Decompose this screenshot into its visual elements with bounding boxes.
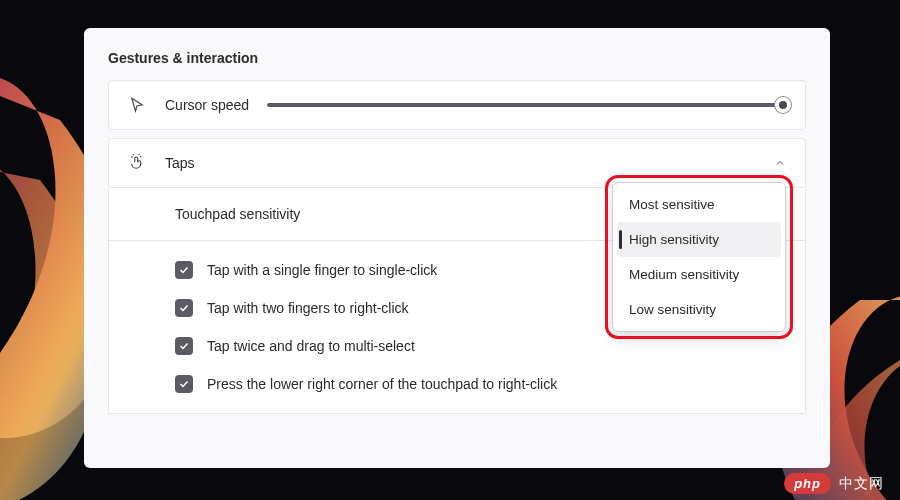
cursor-speed-label: Cursor speed	[165, 97, 249, 113]
checkbox-icon[interactable]	[175, 261, 193, 279]
cursor-speed-row[interactable]: Cursor speed	[108, 80, 806, 130]
taps-row[interactable]: Taps	[108, 138, 806, 188]
tap-icon	[127, 153, 147, 173]
touchpad-sensitivity-label: Touchpad sensitivity	[175, 206, 300, 222]
sensitivity-dropdown[interactable]: Most sensitive High sensitivity Medium s…	[612, 182, 786, 332]
cursor-speed-slider[interactable]	[267, 95, 787, 115]
checkbox-icon[interactable]	[175, 299, 193, 317]
watermark-text: 中文网	[839, 475, 884, 493]
slider-thumb[interactable]	[775, 97, 791, 113]
tap-option-label: Tap twice and drag to multi-select	[207, 338, 415, 354]
tap-option-label: Tap with two fingers to right-click	[207, 300, 409, 316]
watermark: php 中文网	[784, 473, 884, 494]
dropdown-item-low-sensitivity[interactable]: Low sensitivity	[617, 292, 781, 327]
tap-option-label: Press the lower right corner of the touc…	[207, 376, 557, 392]
tap-option[interactable]: Press the lower right corner of the touc…	[175, 365, 787, 403]
taps-label: Taps	[165, 155, 195, 171]
checkbox-icon[interactable]	[175, 375, 193, 393]
chevron-up-icon	[773, 156, 787, 170]
dropdown-item-high-sensitivity[interactable]: High sensitivity	[617, 222, 781, 257]
dropdown-item-medium-sensitivity[interactable]: Medium sensitivity	[617, 257, 781, 292]
tap-option[interactable]: Tap twice and drag to multi-select	[175, 327, 787, 365]
section-title: Gestures & interaction	[108, 50, 806, 66]
checkbox-icon[interactable]	[175, 337, 193, 355]
dropdown-item-most-sensitive[interactable]: Most sensitive	[617, 187, 781, 222]
tap-option-label: Tap with a single finger to single-click	[207, 262, 437, 278]
watermark-badge: php	[784, 473, 831, 494]
cursor-icon	[127, 95, 147, 115]
